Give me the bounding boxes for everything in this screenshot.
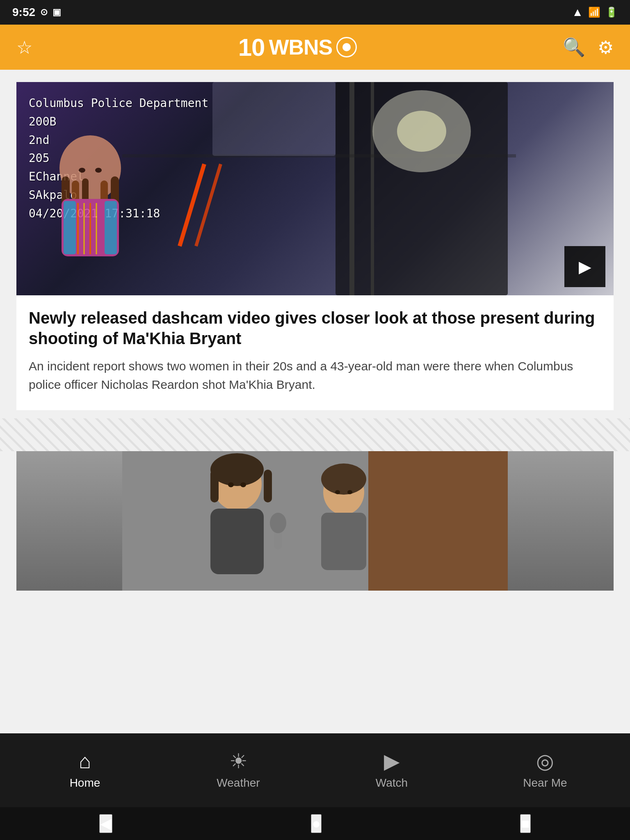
app-header: ☆ 10 WBNS 🔍 ⚙ [0,25,630,70]
play-button[interactable]: ▶ [564,246,605,287]
back-icon: ◀ [100,815,112,832]
svg-rect-28 [210,470,219,502]
header-actions: 🔍 ⚙ [563,37,614,58]
svg-point-32 [240,482,246,487]
svg-point-6 [79,168,85,173]
play-circle-icon: ▶ [384,751,399,772]
section-divider [0,418,630,451]
back-button[interactable]: ◀ [99,814,112,833]
article-subtitle: An incident report shows two women in th… [29,357,601,394]
cbs-eye-icon [336,37,357,57]
svg-point-39 [270,513,286,533]
svg-rect-10 [105,201,117,254]
status-right: ▲ 📶 🔋 [572,6,618,19]
article-title: Newly released dashcam video gives close… [29,308,601,349]
svg-rect-30 [210,509,264,574]
status-bar: 9:52 ⊙ ▣ ▲ 📶 🔋 [0,0,630,25]
svg-rect-25 [368,451,508,591]
svg-point-31 [228,482,234,487]
svg-rect-9 [64,201,76,254]
person-figure [33,119,148,275]
bottom-navigation: ⌂ Home ☀ Weather ▶ Watch ◎ Near Me [0,733,630,807]
signal-icon: 📶 [588,7,600,18]
svg-point-7 [95,168,102,173]
wifi-icon: ▲ [572,6,583,19]
svg-rect-29 [264,470,272,502]
second-article-image [16,451,614,591]
nav-item-home[interactable]: ⌂ Home [8,751,162,790]
search-button[interactable]: 🔍 [563,37,585,58]
interview-scene [16,451,614,591]
video-thumbnail[interactable]: Columbus Police Department 200B 2nd 205 … [16,82,614,295]
favorite-button[interactable]: ☆ [16,37,32,58]
home-icon: ⌂ [79,751,91,772]
star-icon: ☆ [16,37,32,57]
recent-icon: ■ [521,815,530,832]
system-navigation: ◀ ● ■ [0,807,630,840]
app-logo: 10 WBNS [238,33,357,62]
dashcam-line1: Columbus Police Department [29,94,208,113]
home-button[interactable]: ● [311,814,322,833]
circle-icon: ⊙ [40,7,48,18]
nav-label-watch: Watch [376,776,408,790]
recent-button[interactable]: ■ [520,814,531,833]
article-body: Newly released dashcam video gives close… [16,295,614,410]
sim-icon: ▣ [52,7,61,18]
home-sys-icon: ● [312,815,321,832]
settings-button[interactable]: ⚙ [598,37,614,58]
svg-point-36 [335,490,340,494]
nav-item-weather[interactable]: ☀ Weather [162,751,315,790]
play-icon: ▶ [579,257,591,276]
sun-icon: ☀ [229,751,248,772]
nav-label-weather: Weather [217,776,260,790]
nav-item-watch[interactable]: ▶ Watch [315,751,468,790]
nav-label-home: Home [70,776,100,790]
logo-text: WBNS [269,35,332,59]
time-display: 9:52 [12,6,35,19]
logo-number: 10 [238,33,265,62]
svg-point-37 [347,490,352,494]
battery-icon: 🔋 [605,7,618,18]
gear-icon: ⚙ [598,37,614,57]
svg-point-34 [321,463,366,495]
location-icon: ◎ [536,751,554,772]
search-icon: 🔍 [563,37,585,57]
second-article-card[interactable] [16,451,614,591]
status-left: 9:52 ⊙ ▣ [12,6,61,19]
nav-label-near-me: Near Me [523,776,567,790]
main-content: Columbus Police Department 200B 2nd 205 … [0,70,630,733]
nav-item-near-me[interactable]: ◎ Near Me [468,751,622,790]
svg-rect-35 [321,513,366,570]
hero-article-card[interactable]: Columbus Police Department 200B 2nd 205 … [16,82,614,410]
